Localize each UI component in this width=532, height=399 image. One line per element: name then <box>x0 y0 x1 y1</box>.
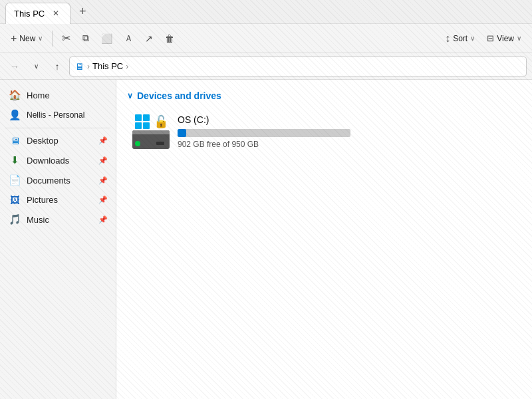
drive-slot <box>156 142 164 145</box>
sidebar-item-music[interactable]: 🎵 Music 📌 <box>0 209 116 229</box>
sort-button[interactable]: ↕ Sort ∨ <box>440 29 480 48</box>
pictures-icon: 🖼 <box>8 194 21 205</box>
cut-icon: ✂ <box>62 32 70 45</box>
sidebar-label-documents: Documents <box>27 176 70 186</box>
address-bar[interactable]: 🖥 › This PC › <box>69 57 527 76</box>
win-sq-1 <box>135 114 142 121</box>
tab-close-button[interactable]: ✕ <box>50 7 62 19</box>
rename-button[interactable]: Ａ <box>119 29 138 48</box>
content-area: ∨ Devices and drives 🔓 <box>116 80 532 399</box>
drive-name: OS (C:) <box>178 114 401 125</box>
drive-icon-container: 🔓 <box>132 114 170 149</box>
downloads-icon: ⬇ <box>8 154 21 166</box>
section-label: Devices and drives <box>137 90 221 101</box>
view-button[interactable]: ⊟ View ∨ <box>481 30 527 47</box>
rename-icon: Ａ <box>124 33 133 45</box>
sidebar-item-downloads[interactable]: ⬇ Downloads 📌 <box>0 150 116 170</box>
toolbar-separator-1 <box>52 31 53 47</box>
music-pin-icon: 📌 <box>98 215 108 224</box>
paste-icon: ⬜ <box>101 33 112 44</box>
share-icon: ↗ <box>145 33 153 44</box>
sidebar-label-nellis: Nellis - Personal <box>27 110 84 120</box>
sidebar-label-home: Home <box>27 90 50 100</box>
sidebar-label-pictures: Pictures <box>27 195 58 205</box>
music-icon: 🎵 <box>8 213 21 225</box>
back-icon: → <box>10 61 19 72</box>
history-button[interactable]: ∨ <box>27 57 45 76</box>
sort-icon: ↕ <box>445 33 450 45</box>
new-tab-button[interactable]: + <box>73 3 92 21</box>
drive-activity-light <box>135 141 140 146</box>
up-button[interactable]: ↑ <box>48 57 66 76</box>
sidebar-label-music: Music <box>27 215 49 225</box>
sidebar-item-home[interactable]: 🏠 Home <box>0 85 116 105</box>
view-chevron: ∨ <box>517 35 521 42</box>
history-icon: ∨ <box>34 63 39 70</box>
new-chevron: ∨ <box>38 35 43 42</box>
drive-body-top <box>132 130 170 134</box>
drive-bar-fill <box>178 129 186 137</box>
view-icon: ⊟ <box>487 33 494 43</box>
share-button[interactable]: ↗ <box>140 30 158 47</box>
documents-icon: 📄 <box>8 174 21 186</box>
tab-label: This PC <box>14 9 45 19</box>
sidebar-item-nellis[interactable]: 👤 Nellis - Personal <box>0 105 116 125</box>
windows-logo <box>135 114 150 129</box>
copy-icon: ⧉ <box>82 33 89 44</box>
new-button[interactable]: + New ∨ <box>5 29 48 48</box>
delete-icon: 🗑 <box>165 33 174 44</box>
address-segment-1: This PC <box>92 61 123 71</box>
title-bar: This PC ✕ + <box>0 0 532 24</box>
address-sep-1: › <box>87 62 90 71</box>
pc-icon: 🖥 <box>75 61 84 72</box>
sidebar-item-documents[interactable]: 📄 Documents 📌 <box>0 170 116 190</box>
documents-pin-icon: 📌 <box>98 176 108 185</box>
copy-button[interactable]: ⧉ <box>77 29 94 47</box>
downloads-pin-icon: 📌 <box>98 156 108 165</box>
sidebar-item-pictures[interactable]: 🖼 Pictures 📌 <box>0 190 116 209</box>
sidebar-label-desktop: Desktop <box>27 136 59 146</box>
pictures-pin-icon: 📌 <box>98 196 108 204</box>
cut-button[interactable]: ✂ <box>57 29 76 48</box>
section-header: ∨ Devices and drives <box>127 90 521 101</box>
win-sq-3 <box>135 122 142 129</box>
sort-chevron: ∨ <box>470 35 475 42</box>
sidebar-label-downloads: Downloads <box>27 156 69 166</box>
sidebar: 🏠 Home 👤 Nellis - Personal 🖥 Desktop 📌 ⬇… <box>0 80 116 399</box>
back-button[interactable]: → <box>5 57 24 76</box>
lock-icon: 🔓 <box>154 114 168 129</box>
new-icon: + <box>11 33 17 45</box>
view-label: View <box>497 34 514 43</box>
sidebar-item-desktop[interactable]: 🖥 Desktop 📌 <box>0 131 116 150</box>
win-sq-2 <box>143 114 150 121</box>
desktop-icon: 🖥 <box>8 135 21 146</box>
sidebar-separator <box>5 128 110 128</box>
address-sep-2: › <box>126 62 128 71</box>
new-label: New <box>19 34 35 43</box>
main-area: 🏠 Home 👤 Nellis - Personal 🖥 Desktop 📌 ⬇… <box>0 80 532 399</box>
user-icon: 👤 <box>8 109 21 121</box>
section-chevron: ∨ <box>127 91 133 100</box>
drive-item-c[interactable]: 🔓 OS (C:) 902 GB free of 950 GB <box>127 109 406 154</box>
paste-button[interactable]: ⬜ <box>96 30 118 47</box>
drive-info: OS (C:) 902 GB free of 950 GB <box>178 114 401 149</box>
win-sq-4 <box>143 122 150 129</box>
desktop-pin-icon: 📌 <box>98 136 108 145</box>
addressbar-row: → ∨ ↑ 🖥 › This PC › <box>0 53 532 80</box>
active-tab[interactable]: This PC ✕ <box>5 3 70 24</box>
delete-button[interactable]: 🗑 <box>160 30 180 47</box>
drive-space-label: 902 GB free of 950 GB <box>178 140 401 149</box>
drive-body <box>132 130 170 149</box>
home-icon: 🏠 <box>8 89 21 101</box>
drive-storage-bar <box>178 129 350 137</box>
toolbar: + New ∨ ✂ ⧉ ⬜ Ａ ↗ 🗑 ↕ Sort ∨ ⊟ View ∨ <box>0 24 532 53</box>
sort-label: Sort <box>453 34 467 43</box>
up-icon: ↑ <box>55 61 60 72</box>
